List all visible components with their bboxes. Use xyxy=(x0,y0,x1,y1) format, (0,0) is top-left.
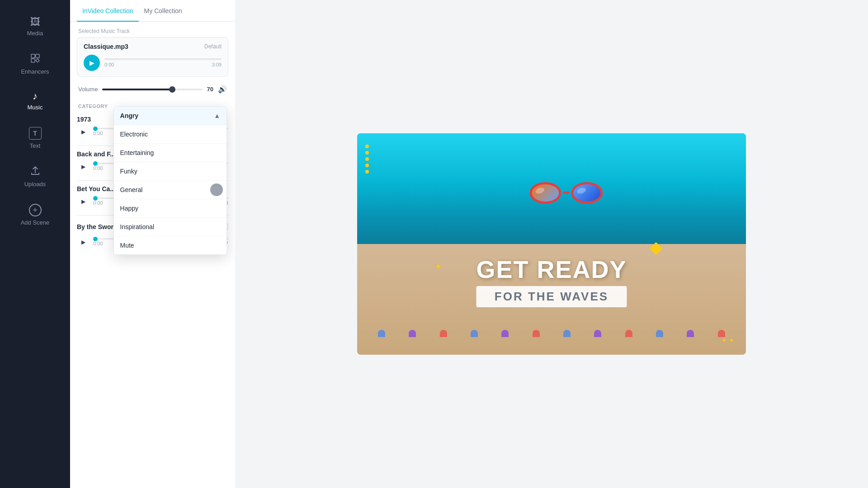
panel-tabs: InVideo Collection My Collection xyxy=(70,0,235,22)
hero-subtitle: FOR THE WAVES xyxy=(476,286,627,307)
umbrella-11 xyxy=(687,330,694,337)
dropdown-item-electronic[interactable]: Electronic xyxy=(114,125,226,144)
volume-label: Volume xyxy=(78,86,98,93)
selected-track-times: 0:00 3:09 xyxy=(104,62,222,67)
track-back-current: 0:00 xyxy=(93,165,103,171)
sidebar-item-music[interactable]: ♪ Music xyxy=(0,83,70,119)
dropdown-item-inspirational-label: Inspirational xyxy=(120,223,155,230)
sidebar-item-media[interactable]: 🖼 Media xyxy=(0,9,70,45)
sidebar-label-uploads: Uploads xyxy=(24,181,46,188)
track-bet-current: 0:00 xyxy=(93,200,103,206)
track-bet-progress-thumb xyxy=(93,196,98,201)
selected-track-name: Classique.mp3 xyxy=(84,43,128,50)
dropdown-item-mute[interactable]: Mute xyxy=(114,236,226,254)
track-back-progress-thumb xyxy=(93,161,98,166)
dot-4 xyxy=(365,164,369,167)
star-decoration: ✦ xyxy=(435,262,442,272)
umbrella-4 xyxy=(471,330,478,337)
volume-thumb[interactable] xyxy=(169,86,175,93)
sidebar-item-add-scene[interactable]: + Add Scene xyxy=(0,196,70,234)
track-back-title: Back and F... xyxy=(77,150,115,158)
media-icon: 🖼 xyxy=(30,17,40,27)
track-back-play-button[interactable]: ▶ xyxy=(77,160,90,173)
dot-3 xyxy=(365,157,369,161)
selected-track-current-time: 0:00 xyxy=(104,62,114,67)
volume-slider[interactable] xyxy=(102,89,202,90)
dot-1 xyxy=(365,145,369,148)
beach-scene: GET READY FOR THE WAVES ✦ xyxy=(357,133,746,355)
music-icon: ♪ xyxy=(33,91,38,101)
tab-invideo-collection[interactable]: InVideo Collection xyxy=(77,0,139,22)
umbrella-3 xyxy=(440,330,447,337)
preview-area: GET READY FOR THE WAVES ✦ xyxy=(235,0,868,488)
track-1973-current: 0:00 xyxy=(93,131,103,136)
sidebar-item-uploads[interactable]: Uploads xyxy=(0,157,70,196)
dropdown-item-funky-label: Funky xyxy=(120,168,137,175)
selected-track-total-time: 3:09 xyxy=(212,62,222,67)
track-bet-play-button[interactable]: ▶ xyxy=(77,195,90,208)
uploads-icon xyxy=(30,165,41,178)
selected-track-controls: ▶ 0:00 3:09 xyxy=(84,55,222,71)
dropdown-item-inspirational[interactable]: Inspirational xyxy=(114,218,226,236)
track-1973-title: 1973 xyxy=(77,116,91,123)
sidebar-item-text[interactable]: T Text xyxy=(0,119,70,157)
tab-my-collection[interactable]: My Collection xyxy=(139,0,188,22)
umbrella-10 xyxy=(656,330,663,337)
bottom-stars: ✦ ✦ xyxy=(722,337,734,344)
selected-track-card: Classique.mp3 Default ▶ 0:00 3:09 xyxy=(77,37,228,77)
music-panel: InVideo Collection My Collection Selecte… xyxy=(70,0,235,488)
sidebar-label-media: Media xyxy=(27,30,43,37)
sidebar-label-text: Text xyxy=(30,142,41,149)
volume-row: Volume 70 🔊 xyxy=(70,81,235,100)
left-lens xyxy=(529,182,561,204)
add-scene-icon: + xyxy=(29,204,42,216)
umbrella-1 xyxy=(378,330,385,337)
sidebar-item-enhancers[interactable]: Enhancers xyxy=(0,45,70,83)
scroll-thumb[interactable] xyxy=(210,183,223,196)
volume-fill xyxy=(102,89,172,90)
selected-track-default: Default xyxy=(204,43,222,50)
dropdown-item-happy[interactable]: Happy xyxy=(114,199,226,218)
svg-rect-0 xyxy=(31,54,35,58)
umbrella-12 xyxy=(718,330,725,337)
category-row: CATEGORY Angry ▲ Electronic Entertaining… xyxy=(70,100,235,109)
dropdown-item-general[interactable]: General xyxy=(114,181,226,199)
track-1973-progress-thumb xyxy=(93,127,98,131)
beach-items xyxy=(357,310,746,337)
collapse-icon: ▲ xyxy=(214,112,220,119)
selected-track-label: Selected Music Track xyxy=(70,22,235,37)
dots-left xyxy=(365,145,369,174)
svg-rect-2 xyxy=(31,59,35,62)
dropdown-item-angry-label: Angry xyxy=(120,112,138,119)
dropdown-item-entertaining[interactable]: Entertaining xyxy=(114,144,226,162)
right-lens xyxy=(571,182,603,204)
track-sword-progress-thumb xyxy=(93,237,98,241)
umbrella-6 xyxy=(533,330,540,337)
dropdown-item-happy-label: Happy xyxy=(120,205,138,212)
sidebar: 🖼 Media Enhancers ♪ Music T Text Uploads xyxy=(0,0,70,488)
dot-5 xyxy=(365,170,369,174)
dropdown-menu: Angry ▲ Electronic Entertaining Funky Ge… xyxy=(113,106,227,255)
dropdown-item-general-label: General xyxy=(120,186,143,193)
track-sword-play-button[interactable]: ▶ xyxy=(77,236,90,249)
selected-track-progress-container[interactable]: 0:00 3:09 xyxy=(104,58,222,67)
sidebar-label-music: Music xyxy=(28,104,43,111)
dropdown-item-funky[interactable]: Funky xyxy=(114,162,226,181)
umbrella-2 xyxy=(409,330,416,337)
umbrella-9 xyxy=(625,330,632,337)
track-1973-play-button[interactable]: ▶ xyxy=(77,126,90,138)
svg-rect-1 xyxy=(36,54,39,58)
right-lens-shine xyxy=(576,187,587,195)
selected-track-play-button[interactable]: ▶ xyxy=(84,55,100,71)
track-sword-title: By the Sword xyxy=(77,223,117,230)
track-bet-title: Bet You Ca... xyxy=(77,185,115,192)
umbrella-5 xyxy=(501,330,509,337)
track-sword-current: 0:00 xyxy=(93,241,103,246)
hero-text: GET READY FOR THE WAVES xyxy=(476,255,627,307)
hero-title: GET READY xyxy=(476,255,627,283)
selected-track-progress-bar[interactable] xyxy=(104,58,222,60)
dropdown-item-electronic-label: Electronic xyxy=(120,131,148,138)
text-icon: T xyxy=(29,127,42,140)
category-label: CATEGORY xyxy=(78,103,108,109)
dropdown-item-angry[interactable]: Angry ▲ xyxy=(114,107,226,125)
